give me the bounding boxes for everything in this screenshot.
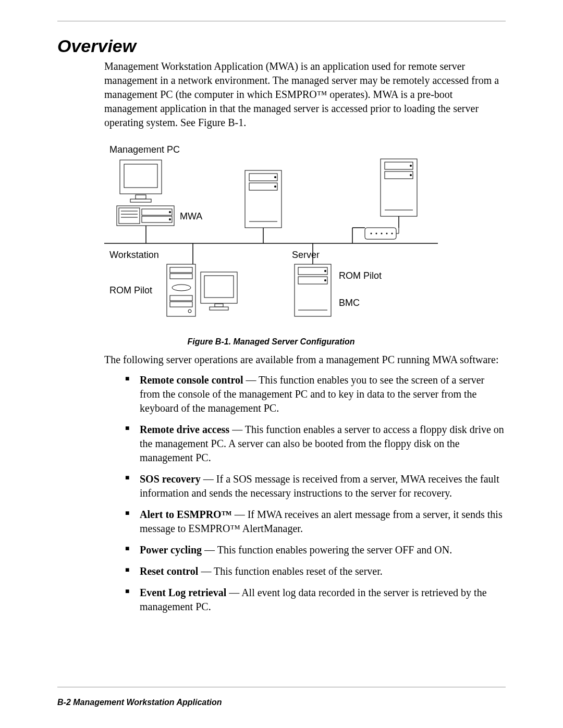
label-workstation: Workstation	[109, 250, 159, 261]
term: SOS recovery	[140, 473, 201, 485]
term: Power cycling	[140, 544, 202, 556]
term: Remote drive access	[140, 424, 229, 435]
svg-point-26	[410, 174, 412, 176]
svg-point-12	[169, 211, 171, 213]
svg-rect-44	[170, 295, 192, 301]
label-rom-pilot-left: ROM Pilot	[109, 285, 152, 296]
bottom-rule	[57, 687, 506, 687]
diagram: Management PC MWA Workstation Server ROM…	[104, 139, 438, 327]
term: Remote console control	[140, 374, 243, 386]
svg-rect-6	[119, 208, 140, 224]
svg-rect-10	[142, 209, 172, 215]
svg-point-19	[274, 186, 276, 188]
svg-rect-49	[215, 304, 223, 307]
diagram-svg	[104, 139, 438, 327]
svg-point-18	[274, 176, 276, 178]
svg-rect-42	[170, 274, 192, 279]
svg-rect-53	[298, 267, 327, 275]
list-item: Event Log retrieval — All event log data…	[125, 586, 506, 614]
top-rule	[57, 21, 506, 21]
svg-rect-23	[385, 162, 413, 169]
svg-rect-3	[136, 195, 146, 199]
svg-point-13	[169, 218, 171, 220]
svg-point-46	[188, 310, 191, 313]
term: Reset control	[140, 565, 198, 577]
svg-point-55	[324, 270, 326, 272]
svg-rect-16	[249, 174, 277, 181]
svg-point-36	[391, 233, 393, 235]
term: Event Log retrieval	[140, 587, 226, 598]
svg-rect-11	[142, 216, 172, 223]
term: Alert to ESMPRO™	[140, 509, 232, 520]
label-rom-pilot-right: ROM Pilot	[339, 270, 382, 281]
svg-rect-17	[249, 183, 277, 190]
svg-point-33	[376, 233, 377, 235]
page-title: Overview	[57, 36, 506, 56]
page: Overview Management Workstation Applicat…	[0, 0, 563, 728]
desc: — This function enables reset of the ser…	[198, 565, 382, 577]
svg-rect-2	[124, 164, 157, 188]
svg-rect-24	[385, 171, 413, 179]
svg-point-34	[381, 233, 383, 235]
list-item: Alert to ESMPRO™ — If MWA receives an al…	[125, 508, 506, 536]
bullet-list: Remote console control — This function e…	[125, 373, 506, 614]
svg-rect-48	[204, 276, 234, 298]
intro-paragraph: Management Workstation Application (MWA)…	[104, 59, 506, 130]
svg-point-35	[386, 233, 388, 235]
workstation-icon	[167, 243, 237, 316]
list-item: Power cycling — This function enables po…	[125, 543, 506, 557]
list-item: SOS recovery — If a SOS message is recei…	[125, 472, 506, 500]
label-server: Server	[292, 250, 320, 261]
label-management-pc: Management PC	[109, 144, 180, 155]
figure-caption: Figure B-1. Managed Server Configuration	[104, 337, 438, 347]
svg-point-25	[410, 165, 412, 167]
svg-point-32	[371, 233, 372, 235]
list-item: Remote drive access — This function enab…	[125, 423, 506, 465]
list-item: Remote console control — This function e…	[125, 373, 506, 415]
label-mwa: MWA	[180, 211, 202, 222]
label-bmc: BMC	[339, 298, 360, 309]
svg-rect-4	[130, 199, 151, 202]
svg-rect-54	[298, 277, 327, 284]
top-server-icon	[245, 170, 282, 243]
hub-icon	[365, 228, 399, 239]
svg-point-56	[324, 279, 326, 281]
svg-rect-41	[170, 267, 192, 273]
svg-point-43	[172, 285, 191, 291]
list-item: Reset control — This function enables re…	[125, 564, 506, 578]
figure: Management PC MWA Workstation Server ROM…	[104, 139, 438, 347]
desc: — This function enables powering the ser…	[202, 544, 452, 556]
after-figure-paragraph: The following server operations are avai…	[104, 353, 506, 367]
management-pc-icon	[117, 160, 174, 243]
svg-rect-45	[170, 302, 192, 307]
page-footer: B-2 Management Workstation Application	[57, 698, 222, 707]
svg-rect-50	[210, 307, 228, 310]
